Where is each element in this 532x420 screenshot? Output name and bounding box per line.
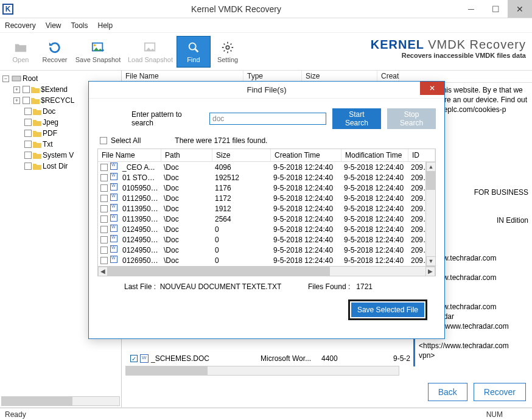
- scroll-down-icon[interactable]: ▼: [426, 256, 435, 266]
- folder-icon: [33, 163, 41, 170]
- open-button[interactable]: Open: [4, 36, 38, 68]
- files-found-value: 1721: [356, 282, 373, 291]
- find-button[interactable]: Find: [177, 36, 211, 68]
- row-ctime: 9-5-2018 12:24:40: [271, 246, 341, 254]
- row-path: \Doc: [161, 256, 212, 265]
- find-dialog: Find File(s) ✕ Enter pattern to search S…: [88, 81, 445, 339]
- grid-col-mtime[interactable]: Modification Time: [341, 149, 408, 161]
- start-search-button[interactable]: Start Search: [332, 108, 381, 129]
- grid-row[interactable]: 01249502...\Doc09-5-2018 12:24:409-5-201…: [98, 234, 435, 245]
- row-checkbox[interactable]: [100, 215, 108, 223]
- tree-checkbox[interactable]: [24, 130, 32, 137]
- row-mtime: 9-5-2018 12:24:40: [341, 163, 408, 172]
- grid-col-id[interactable]: ID: [408, 149, 435, 161]
- row-ctime: 9-5-2018 12:24:40: [271, 225, 341, 234]
- tree-checkbox[interactable]: [24, 152, 32, 159]
- back-button[interactable]: Back: [428, 383, 467, 401]
- scroll-thumb[interactable]: [426, 172, 435, 190]
- row-checkbox[interactable]: [100, 236, 108, 243]
- row-checkbox[interactable]: [100, 195, 108, 202]
- grid-row[interactable]: _CEO A...\Doc40969-5-2018 12:24:409-5-20…: [98, 162, 435, 172]
- recover-button[interactable]: Recover: [38, 36, 72, 68]
- grid-vscroll[interactable]: ▲ ▼: [425, 162, 435, 266]
- grid-col-ctime[interactable]: Creation Time: [271, 149, 341, 161]
- tree-checkbox[interactable]: [24, 108, 32, 115]
- menu-tools[interactable]: Tools: [71, 21, 88, 30]
- tree-checkbox[interactable]: [23, 86, 30, 93]
- select-all-label: Select All: [111, 136, 141, 145]
- folder-open-icon: [12, 40, 29, 55]
- window-title: Kernel VMDK Recovery: [13, 4, 459, 14]
- row-checkbox[interactable]: [100, 247, 108, 254]
- tree-checkbox[interactable]: [23, 97, 30, 104]
- grid-row[interactable]: 01249501...\Doc09-5-2018 12:24:409-5-201…: [98, 224, 435, 234]
- row-checkbox[interactable]: [100, 184, 108, 192]
- grid-col-name[interactable]: File Name: [98, 149, 161, 161]
- toolbar: Open Recover Save Snapshot Load Snapshot…: [0, 33, 532, 71]
- file-type: Microsoft Wor...: [261, 354, 321, 363]
- collapse-icon[interactable]: −: [2, 75, 9, 82]
- setting-button[interactable]: Setting: [211, 36, 245, 68]
- save-selected-button[interactable]: Save Selected File: [351, 303, 424, 317]
- row-size: 1176: [212, 184, 271, 192]
- row-size: 192512: [212, 173, 271, 182]
- open-label: Open: [13, 56, 29, 63]
- row-checkbox[interactable]: [100, 164, 108, 171]
- grid-row[interactable]: 01249503...\Doc09-5-2018 12:24:409-5-201…: [98, 245, 435, 255]
- brand-name: KERNEL: [371, 38, 424, 51]
- scroll-left-icon[interactable]: ◀: [98, 267, 108, 276]
- row-checkbox[interactable]: [100, 257, 108, 264]
- row-ctime: 9-5-2018 12:24:40: [271, 194, 341, 203]
- row-mtime: 9-5-2018 12:24:40: [341, 256, 408, 265]
- scroll-right-icon[interactable]: ▶: [425, 267, 435, 276]
- grid-row[interactable]: 01269501...\Doc09-5-2018 12:24:409-5-201…: [98, 255, 435, 265]
- tree-hscroll[interactable]: [1, 396, 120, 406]
- select-all-checkbox[interactable]: [100, 137, 107, 144]
- folder-icon: [31, 86, 40, 93]
- tree-item-label: System V: [43, 151, 74, 159]
- menu-help[interactable]: Help: [98, 21, 113, 30]
- row-checkbox[interactable]: [100, 205, 108, 212]
- word-file-icon: [140, 354, 149, 363]
- row-mtime: 9-5-2018 12:24:40: [341, 225, 408, 234]
- scroll-up-icon[interactable]: ▲: [426, 162, 435, 172]
- grid-row[interactable]: 01059501...\Doc11769-5-2018 12:24:409-5-…: [98, 183, 435, 193]
- expand-icon[interactable]: +: [13, 86, 20, 93]
- menu-recovery[interactable]: Recovery: [5, 21, 36, 30]
- close-button[interactable]: ✕: [508, 0, 532, 18]
- grid-col-path[interactable]: Path: [161, 149, 212, 161]
- row-path: \Doc: [161, 246, 212, 254]
- row-checkbox[interactable]: [100, 226, 108, 233]
- maximize-button[interactable]: ☐: [483, 0, 508, 18]
- save-snapshot-button[interactable]: Save Snapshot: [72, 36, 124, 68]
- row-checkbox[interactable]: [100, 174, 108, 181]
- recover-button[interactable]: Recover: [474, 383, 526, 401]
- word-file-icon: [110, 163, 117, 170]
- file-row[interactable]: _SCHEMES.DOC Microsoft Wor... 4400 9-5-2: [130, 352, 532, 365]
- grid-row[interactable]: 01129501...\Doc11729-5-2018 12:24:409-5-…: [98, 193, 435, 203]
- row-mtime: 9-5-2018 12:24:40: [341, 236, 408, 244]
- grid-row[interactable]: 01139502...\Doc25649-5-2018 12:24:409-5-…: [98, 214, 435, 224]
- search-input[interactable]: [209, 113, 326, 125]
- tree-checkbox[interactable]: [24, 163, 32, 170]
- minimize-button[interactable]: ─: [459, 0, 483, 18]
- row-ctime: 9-5-2018 12:24:40: [271, 256, 341, 265]
- row-size: 1172: [212, 194, 271, 203]
- grid-col-size[interactable]: Size: [212, 149, 271, 161]
- tree-checkbox[interactable]: [24, 141, 32, 148]
- row-name: 01129501...: [120, 194, 161, 203]
- grid-hscroll[interactable]: ◀ ▶: [98, 266, 435, 276]
- word-file-icon: [110, 214, 117, 222]
- menu-view[interactable]: View: [46, 21, 61, 30]
- tree-checkbox[interactable]: [24, 119, 32, 126]
- word-file-icon: [110, 245, 117, 253]
- file-checkbox[interactable]: [130, 355, 138, 362]
- grid-row[interactable]: 01 STOP ...\Doc1925129-5-2018 12:24:409-…: [98, 172, 435, 183]
- grid-row[interactable]: 01139501...\Doc19129-5-2018 12:24:409-5-…: [98, 203, 435, 214]
- load-snapshot-button[interactable]: Load Snapshot: [124, 36, 177, 68]
- stop-search-button[interactable]: Stop Search: [387, 108, 436, 129]
- file-name: _SCHEMES.DOC: [151, 354, 261, 363]
- expand-icon[interactable]: +: [13, 97, 20, 104]
- content-hscroll[interactable]: [125, 366, 399, 376]
- dialog-close-button[interactable]: ✕: [420, 82, 444, 95]
